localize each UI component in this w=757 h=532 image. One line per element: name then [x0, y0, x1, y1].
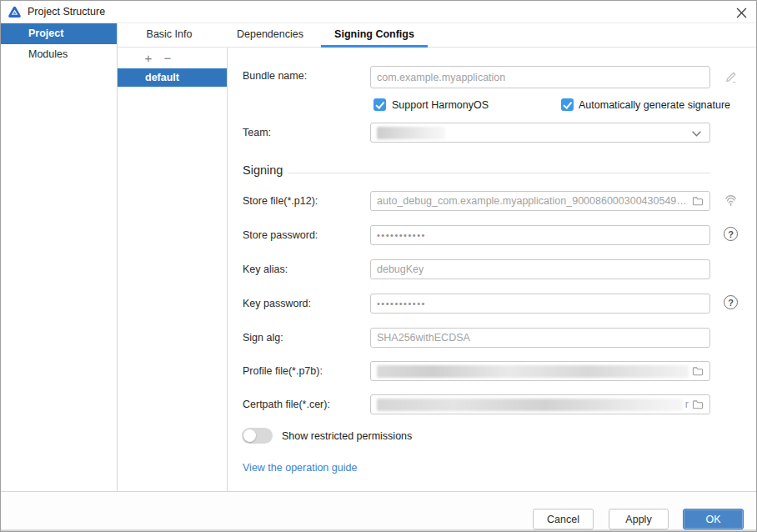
store-password-label: Store password: [243, 229, 318, 241]
apply-button[interactable]: Apply [609, 509, 669, 529]
signing-section-header: Signing [243, 163, 283, 177]
config-list-toolbar: + − [118, 48, 227, 68]
folder-icon[interactable] [692, 399, 704, 409]
chevron-down-icon [691, 130, 702, 138]
sidebar-item-modules[interactable]: Modules [1, 44, 117, 65]
bundle-name-label: Bundle name: [243, 70, 307, 82]
add-config-icon[interactable]: + [143, 53, 154, 64]
close-icon [736, 8, 747, 18]
team-label: Team: [243, 127, 271, 138]
profile-file-label: Profile file(*.p7b): [243, 365, 323, 377]
deveco-logo-icon [8, 5, 22, 19]
store-file-input[interactable]: auto_debug_com.example.myapplication_900… [370, 191, 710, 211]
close-button[interactable] [733, 4, 749, 21]
certpath-file-label: Certpath file(*.cer): [243, 399, 330, 410]
cancel-button[interactable]: Cancel [533, 509, 594, 529]
sidebar-item-project[interactable]: Project [1, 23, 117, 44]
sign-alg-input[interactable]: SHA256withECDSA [370, 328, 710, 348]
tab-bar: Basic Info Dependencies Signing Configs [118, 23, 757, 48]
bundle-name-input[interactable]: com.example.myapplication [370, 66, 710, 88]
key-alias-value: debugKey [377, 263, 704, 275]
project-structure-dialog: Project Structure Project Modules Basic … [0, 0, 757, 532]
operation-guide-link[interactable]: View the operation guide [243, 462, 357, 474]
folder-icon[interactable] [692, 196, 704, 206]
folder-icon[interactable] [692, 366, 704, 376]
sign-alg-label: Sign alg: [243, 332, 283, 344]
auto-generate-signature-label: Automatically generate signature [579, 99, 730, 111]
signing-configs-form: Bundle name: com.example.myapplication S… [228, 48, 757, 491]
profile-file-value-redacted [377, 365, 689, 378]
store-password-help-icon[interactable]: ? [724, 227, 738, 241]
key-password-label: Key password: [243, 298, 311, 309]
store-password-input[interactable]: ••••••••••• [370, 225, 710, 245]
profile-file-input[interactable] [370, 361, 710, 381]
sidebar: Project Modules [1, 23, 118, 491]
signing-config-list-panel: + − default [118, 48, 228, 491]
store-file-label: Store file(*.p12): [243, 195, 318, 207]
sign-alg-value: SHA256withECDSA [377, 332, 704, 344]
key-password-input[interactable]: ••••••••••• [370, 294, 710, 314]
tab-dependencies[interactable]: Dependencies [219, 23, 321, 48]
fingerprint-icon [722, 192, 739, 209]
team-select[interactable] [370, 123, 710, 143]
store-file-value: auto_debug_com.example.myapplication_900… [377, 195, 689, 207]
title-bar: Project Structure [1, 1, 756, 23]
tab-signing-configs[interactable]: Signing Configs [321, 23, 428, 48]
certpath-file-visible-suffix: r [685, 399, 689, 410]
pencil-icon [724, 70, 738, 84]
certpath-file-value-redacted [377, 399, 683, 411]
show-restricted-permissions-toggle[interactable] [242, 428, 273, 444]
fingerprint-button[interactable] [722, 192, 739, 212]
bundle-name-placeholder: com.example.myapplication [377, 72, 704, 83]
window-title: Project Structure [28, 6, 105, 18]
signing-section-divider [288, 173, 710, 173]
remove-config-icon[interactable]: − [162, 53, 173, 64]
key-password-help-icon[interactable]: ? [724, 295, 738, 309]
certpath-file-input[interactable]: r [370, 394, 710, 414]
tab-basic-info[interactable]: Basic Info [119, 23, 219, 48]
support-harmonyos-checkbox[interactable] [373, 98, 386, 111]
key-password-value: ••••••••••• [377, 299, 704, 309]
store-password-value: ••••••••••• [377, 230, 704, 240]
support-harmonyos-label: Support HarmonyOS [392, 99, 489, 111]
auto-generate-signature-checkbox[interactable] [561, 98, 574, 111]
key-alias-label: Key alias: [243, 263, 288, 275]
team-value-redacted [377, 127, 445, 139]
key-alias-input[interactable]: debugKey [370, 259, 710, 279]
edit-bundle-name-button[interactable] [724, 70, 738, 87]
footer-bar: Cancel Apply OK [1, 491, 756, 532]
ok-button[interactable]: OK [683, 509, 744, 529]
config-item-default[interactable]: default [118, 68, 227, 87]
show-restricted-permissions-label: Show restricted permissions [282, 430, 412, 442]
